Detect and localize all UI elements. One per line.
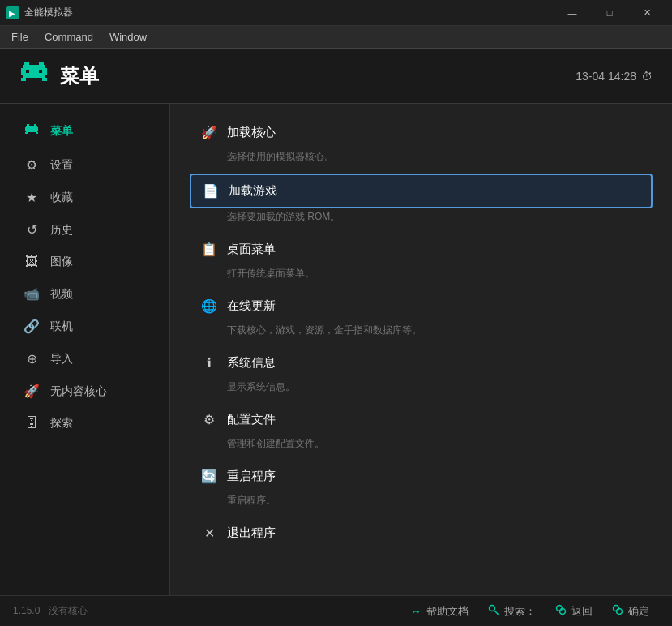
- svg-line-20: [494, 611, 499, 615]
- menu-item-desktop-menu[interactable]: 📋 桌面菜单: [190, 234, 653, 265]
- minimize-button[interactable]: —: [554, 0, 591, 26]
- menu-command[interactable]: Command: [36, 28, 101, 46]
- load-game-desc: 选择要加载的游戏 ROM。: [190, 208, 653, 230]
- sidebar-item-favorites[interactable]: ★ 收藏: [6, 182, 163, 213]
- search-label: 搜索：: [504, 604, 536, 619]
- menu-item-load-core[interactable]: 🚀 加载核心: [190, 117, 653, 148]
- header-datetime: 13-04 14:28 ⏱: [576, 70, 653, 83]
- section-system-info: ℹ 系统信息 显示系统信息。: [190, 347, 653, 401]
- quit-label: 退出程序: [227, 525, 276, 541]
- app-header: 菜单 13-04 14:28 ⏱: [0, 49, 672, 104]
- sidebar-label-no-core: 无内容核心: [50, 384, 107, 399]
- svg-rect-13: [34, 124, 36, 126]
- sidebar-item-video[interactable]: 📹 视频: [6, 278, 163, 310]
- sidebar-label-favorites: 收藏: [50, 191, 73, 205]
- online-update-icon: 🌐: [201, 298, 217, 314]
- section-restart: 🔄 重启程序 重启程序。: [190, 461, 653, 514]
- sidebar-item-image[interactable]: 🖼 图像: [6, 247, 163, 277]
- help-label: 帮助文档: [426, 604, 469, 619]
- section-desktop-menu: 📋 桌面菜单 打开传统桌面菜单。: [190, 234, 653, 287]
- svg-text:▶: ▶: [9, 9, 15, 18]
- version-text: 1.15.0 - 没有核心: [13, 604, 400, 618]
- menu-file[interactable]: File: [3, 28, 36, 46]
- sidebar-label-explore: 探索: [50, 416, 73, 431]
- sidebar-item-online[interactable]: 🔗 联机: [6, 311, 163, 342]
- back-icon: [555, 604, 567, 618]
- footer-btn-confirm[interactable]: 确定: [602, 601, 659, 622]
- title-bar: ▶ 全能模拟器 — □ ✕: [0, 0, 672, 26]
- clock-icon: ⏱: [641, 70, 653, 83]
- svg-point-19: [490, 606, 495, 611]
- content-panel: 🚀 加载核心 选择使用的模拟器核心。 📄 加载游戏 选择要加载的游戏 ROM。 …: [170, 104, 672, 595]
- import-icon: ⊕: [23, 351, 41, 367]
- image-icon: 🖼: [23, 255, 41, 269]
- title-bar-title: 全能模拟器: [24, 6, 554, 19]
- online-update-label: 在线更新: [227, 298, 276, 314]
- restart-icon: 🔄: [201, 469, 217, 484]
- online-icon: 🔗: [23, 319, 41, 334]
- datetime-text: 13-04 14:28: [576, 70, 636, 83]
- app-content: 菜单 13-04 14:28 ⏱: [0, 49, 672, 626]
- explore-icon: 🗄: [23, 416, 41, 431]
- confirm-label: 确定: [628, 604, 649, 619]
- svg-point-22: [560, 609, 566, 615]
- load-game-label: 加载游戏: [229, 183, 277, 199]
- section-online-update: 🌐 在线更新 下载核心，游戏，资源，金手指和数据库等。: [190, 290, 653, 344]
- load-game-icon: 📄: [203, 183, 219, 199]
- config-files-desc: 管理和创建配置文件。: [190, 435, 653, 457]
- svg-rect-16: [26, 131, 37, 132]
- sidebar-item-menu[interactable]: 菜单: [6, 114, 163, 148]
- svg-rect-6: [21, 68, 47, 75]
- main-area: 菜单 ⚙ 设置 ★ 收藏 ↺ 历史 🖼 图像 📹 视频: [0, 104, 672, 595]
- svg-rect-8: [21, 78, 26, 81]
- svg-rect-17: [25, 132, 28, 134]
- svg-point-21: [557, 606, 563, 611]
- quit-icon: ✕: [201, 525, 217, 541]
- menu-item-load-game[interactable]: 📄 加载游戏: [190, 174, 653, 208]
- sidebar-label-history: 历史: [50, 223, 73, 238]
- menu-item-system-info[interactable]: ℹ 系统信息: [190, 347, 653, 379]
- footer-btn-search[interactable]: 搜索：: [478, 601, 546, 622]
- settings-icon: ⚙: [23, 157, 41, 173]
- footer-btn-back[interactable]: 返回: [546, 601, 602, 622]
- footer: 1.15.0 - 没有核心 ↔ 帮助文档 搜索： 返回: [0, 595, 672, 626]
- section-load-game: 📄 加载游戏 选择要加载的游戏 ROM。: [190, 174, 653, 230]
- sidebar-item-import[interactable]: ⊕ 导入: [6, 343, 163, 375]
- load-core-label: 加载核心: [227, 125, 276, 140]
- sidebar-item-no-core[interactable]: 🚀 无内容核心: [6, 375, 163, 407]
- system-info-icon: ℹ: [201, 355, 217, 371]
- svg-rect-4: [39, 62, 44, 65]
- sidebar-item-explore[interactable]: 🗄 探索: [6, 408, 163, 439]
- desktop-menu-icon: 📋: [201, 242, 217, 257]
- sidebar-label-import: 导入: [50, 352, 73, 367]
- close-button[interactable]: ✕: [628, 0, 666, 26]
- section-load-core: 🚀 加载核心 选择使用的模拟器核心。: [190, 117, 653, 170]
- desktop-menu-desc: 打开传统桌面菜单。: [190, 265, 653, 287]
- menu-window[interactable]: Window: [101, 28, 155, 46]
- footer-btn-help[interactable]: ↔ 帮助文档: [400, 601, 478, 622]
- svg-rect-15: [25, 127, 38, 131]
- section-config-files: ⚙ 配置文件 管理和创建配置文件。: [190, 404, 653, 457]
- help-icon: ↔: [410, 605, 422, 618]
- menu-item-online-update[interactable]: 🌐 在线更新: [190, 290, 653, 322]
- sidebar-label-online: 联机: [50, 319, 73, 334]
- maximize-button[interactable]: □: [591, 0, 628, 26]
- confirm-icon: [612, 604, 623, 618]
- sidebar-label-video: 视频: [50, 287, 73, 302]
- desktop-menu-label: 桌面菜单: [227, 242, 276, 257]
- restart-desc: 重启程序。: [190, 492, 653, 514]
- no-core-icon: 🚀: [23, 384, 41, 399]
- menu-item-restart[interactable]: 🔄 重启程序: [190, 461, 653, 492]
- sidebar-label-menu: 菜单: [50, 124, 73, 139]
- history-icon: ↺: [23, 222, 41, 238]
- menu-item-quit[interactable]: ✕ 退出程序: [190, 517, 653, 549]
- sidebar-item-settings[interactable]: ⚙ 设置: [6, 149, 163, 181]
- menu-bar: File Command Window: [0, 26, 672, 49]
- sidebar-item-history[interactable]: ↺ 历史: [6, 214, 163, 246]
- favorites-icon: ★: [23, 190, 41, 205]
- back-label: 返回: [571, 604, 593, 619]
- load-core-desc: 选择使用的模拟器核心。: [190, 148, 653, 170]
- menu-item-config-files[interactable]: ⚙ 配置文件: [190, 404, 653, 435]
- svg-rect-12: [27, 124, 29, 126]
- svg-rect-7: [23, 75, 45, 78]
